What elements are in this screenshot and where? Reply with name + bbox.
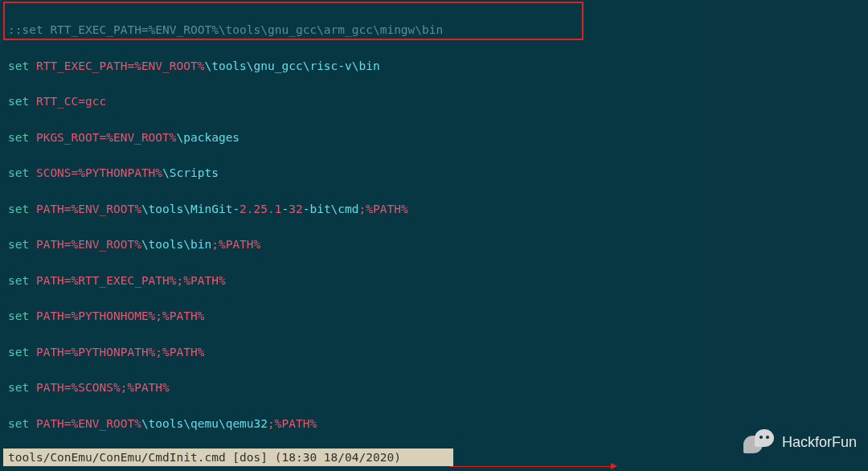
code-line-6: set PATH=%ENV_ROOT%\tools\MinGit-2.25.1-… [0,200,868,218]
editor-status-bar: tools/ConEmu/ConEmu/CmdInit.cmd [dos] (1… [3,448,453,466]
code-line-2: set RTT_EXEC_PATH=%ENV_ROOT%\tools\gnu_g… [0,57,868,75]
status-timestamp: (18:30 18/04/2020) [275,448,401,466]
code-line-11: set PATH=%SCONS%;%PATH% [0,379,868,396]
status-filepath: tools/ConEmu/ConEmu/CmdInit.cmd [8,448,226,466]
code-line-9: set PATH=%PYTHONHOME%;%PATH% [0,307,868,325]
comment-line: ::set RTT_EXEC_PATH=%ENV_ROOT%\tools\gnu… [8,23,443,36]
code-line-7: set PATH=%ENV_ROOT%\tools\bin;%PATH% [0,236,868,253]
code-line-3: set RTT_CC=gcc [0,92,868,110]
code-line-1: ::set RTT_EXEC_PATH=%ENV_ROOT%\tools\gnu… [0,21,868,39]
code-line-5: set SCONS=%PYTHONPATH%\Scripts [0,164,868,182]
watermark-text: HackforFun [782,432,857,454]
wechat-icon [743,429,777,457]
code-line-4: set PKGS_ROOT=%ENV_ROOT%\packages [0,129,868,146]
status-mode: [dos] [232,448,268,466]
code-line-10: set PATH=%PYTHONPATH%;%PATH% [0,343,868,361]
watermark: HackforFun [743,429,857,457]
code-editor-content: ::set RTT_EXEC_PATH=%ENV_ROOT%\tools\gnu… [0,0,868,471]
code-line-12: set PATH=%ENV_ROOT%\tools\qemu\qemu32;%P… [0,415,868,432]
code-line-8: set PATH=%RTT_EXEC_PATH%;%PATH% [0,272,868,289]
arrow-annotation [450,466,611,471]
